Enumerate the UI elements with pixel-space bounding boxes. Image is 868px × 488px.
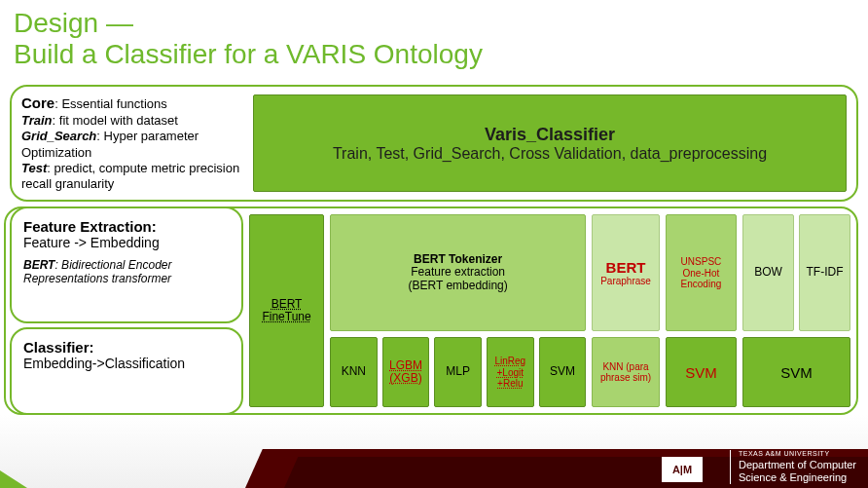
bert-knn-box: KNN (330, 337, 378, 407)
knn-paraphrase-box: KNN (para phrase sim) (592, 337, 660, 407)
feat-desc-lbl: BERT (23, 258, 54, 272)
bert-paraphrase-box: BERT Paraphrase (592, 214, 660, 331)
bow-box: BOW (742, 214, 794, 331)
bert-linreg-label: LinReg +Logit +Relu (493, 356, 527, 390)
bert-tokenizer-box: BERT Tokenizer Feature extraction (BERT … (330, 214, 586, 331)
col-bert-finetune: BERT FineTune (249, 214, 324, 407)
tamu-logo: A|M (662, 457, 703, 482)
title-line-1: Design — (14, 8, 854, 39)
feat-desc: BERT: Bidirectional Encoder Representati… (23, 258, 230, 285)
footer-university: TEXAS A&M UNIVERSITY (739, 450, 856, 458)
core-test-desc: : predict, compute metric precision reca… (21, 161, 239, 191)
core-test-label: Test (21, 161, 47, 175)
col-bow-tfidf: BOW TF-IDF SVM (742, 214, 850, 407)
bert-finetune-box: BERT FineTune (249, 214, 324, 407)
bert-tokenizer-line2: (BERT embedding) (409, 280, 508, 293)
col-unspsc: UNSPSC One-Hot Encoding SVM (666, 214, 737, 407)
bert-tokenizer-line1: Feature extraction (409, 266, 508, 280)
feat-header: Feature Extraction: (23, 218, 230, 235)
bow-label: BOW (754, 266, 782, 280)
bert-classifier-row: KNN LGBM (XGB) MLP LinReg +Logit +Relu S… (330, 337, 586, 407)
feature-extraction-panel: Feature Extraction: Feature -> Embedding… (10, 206, 243, 323)
bert-lgbm-label: LGBM (XGB) (389, 359, 423, 387)
varis-classifier-subtitle: Train, Test, Grid_Search, Cross Validati… (333, 145, 767, 163)
bert-paraphrase-title: BERT (600, 259, 651, 276)
core-header: Core (21, 94, 54, 111)
classifier-panel: Classifier: Embedding->Classification (10, 327, 243, 415)
unspsc-svm-box: SVM (666, 337, 737, 407)
bert-svm-box: SVM (539, 337, 587, 407)
core-label-block: Core: Essential functions Train: fit mod… (21, 94, 245, 192)
bert-svm-label: SVM (550, 365, 575, 379)
core-header-tail: : Essential functions (54, 96, 167, 111)
bow-tfidf-svm-box: SVM (742, 337, 850, 407)
bert-mlp-box: MLP (434, 337, 482, 407)
bert-tokenizer-title: BERT Tokenizer (409, 253, 508, 267)
col-bert-paraphrase: BERT Paraphrase KNN (para phrase sim) (592, 214, 660, 407)
slide-title: Design — Build a Classifier for a VARIS … (0, 0, 868, 80)
footer: A|M TEXAS A&M UNIVERSITY Department of C… (0, 443, 868, 488)
col-bert-tokenizer: BERT Tokenizer Feature extraction (BERT … (330, 214, 586, 407)
footer-dept-line1: Department of Computer (739, 459, 856, 471)
bert-paraphrase-sub: Paraphrase (600, 276, 651, 287)
footer-triangle-left (0, 470, 27, 488)
tfidf-box: TF-IDF (799, 214, 850, 331)
unspsc-svm-label: SVM (685, 364, 717, 381)
feat-sub: Feature -> Embedding (23, 235, 230, 250)
varis-classifier-block: Varis_Classifier Train, Test, Grid_Searc… (253, 94, 847, 192)
bert-linreg-box: LinReg +Logit +Relu (487, 337, 534, 407)
core-train-desc: : fit model with dataset (53, 113, 178, 128)
core-grid-label: Grid_Search (21, 129, 96, 143)
bert-knn-label: KNN (342, 365, 366, 379)
footer-department: TEXAS A&M UNIVERSITY Department of Compu… (730, 450, 856, 484)
varis-classifier-title: Varis_Classifier (485, 125, 615, 145)
core-train-label: Train (21, 113, 53, 128)
cls-header: Classifier: (23, 339, 230, 356)
unspsc-label: UNSPSC One-Hot Encoding (672, 256, 730, 290)
bow-tfidf-svm-label: SVM (780, 364, 813, 381)
knn-paraphrase-label: KNN (para phrase sim) (598, 361, 653, 384)
core-panel: Core: Essential functions Train: fit mod… (10, 85, 858, 202)
bert-finetune-label: BERT FineTune (256, 298, 317, 325)
cls-sub: Embedding->Classification (23, 356, 230, 371)
bert-lgbm-box: LGBM (XGB) (382, 337, 430, 407)
footer-dept-line2: Science & Engineering (739, 471, 856, 484)
bert-mlp-label: MLP (446, 365, 470, 379)
tfidf-label: TF-IDF (807, 266, 844, 280)
title-line-2: Build a Classifier for a VARIS Ontology (14, 39, 854, 70)
unspsc-box: UNSPSC One-Hot Encoding (666, 214, 737, 331)
